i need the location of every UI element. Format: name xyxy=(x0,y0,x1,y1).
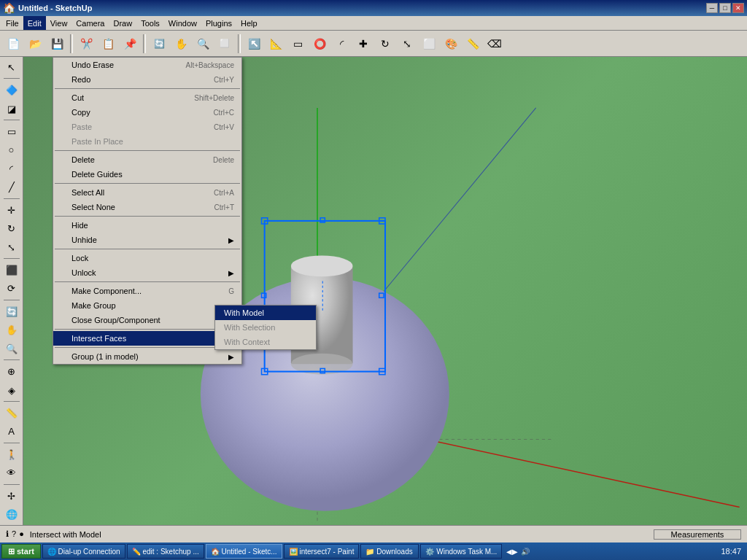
menu-make-component[interactable]: Make Component... G xyxy=(53,284,241,298)
left-zoom2[interactable]: 🔍 xyxy=(2,340,21,357)
toolbar-open[interactable]: 📂 xyxy=(25,34,45,54)
submenu-with-context[interactable]: With Context xyxy=(215,335,316,349)
left-look[interactable]: 👁 xyxy=(2,464,21,482)
left-rotate[interactable]: ↻ xyxy=(2,219,21,237)
toolbar-scale[interactable]: ⤡ xyxy=(397,34,417,54)
taskbar-paint[interactable]: 🖼️ intersect7 - Paint xyxy=(284,544,360,559)
left-sep1 xyxy=(4,78,20,79)
menu-hide[interactable]: Hide xyxy=(53,218,241,233)
toolbar-pan[interactable]: ✋ xyxy=(171,34,191,54)
sys-tray: ◀▶ 🔊 xyxy=(503,545,534,557)
left-push[interactable]: ⬛ xyxy=(2,261,21,279)
maximize-button[interactable]: □ xyxy=(719,3,731,13)
toolbar-paint[interactable]: 🎨 xyxy=(441,34,461,54)
left-erase[interactable]: ◪ xyxy=(2,100,21,117)
taskbar: ⊞ start 🌐 Dial-up Connection ✏️ edit : S… xyxy=(0,542,747,560)
toolbar-rotate[interactable]: ↻ xyxy=(375,34,395,54)
left-rect[interactable]: ▭ xyxy=(2,122,21,140)
toolbar-cut[interactable]: ✂️ xyxy=(76,34,96,54)
toolbar-eraser[interactable]: ⌫ xyxy=(484,34,505,54)
left-orbit[interactable]: 🔄 xyxy=(2,303,21,320)
toolbar-orbit[interactable]: 🔄 xyxy=(149,34,169,54)
menu-make-group[interactable]: Make Group xyxy=(53,298,241,313)
menu-lock[interactable]: Lock xyxy=(53,251,241,265)
left-section[interactable]: ⊕ xyxy=(2,362,21,380)
submenu-with-model[interactable]: With Model xyxy=(215,306,316,320)
toolbar-new[interactable]: 📄 xyxy=(3,34,23,54)
menu-group[interactable]: Group (1 in model) ▶ xyxy=(53,349,241,364)
left-xray[interactable]: ◈ xyxy=(2,381,21,399)
menu-cut[interactable]: Cut Shift+Delete xyxy=(53,90,241,105)
menu-edit[interactable]: Edit xyxy=(23,16,46,30)
toolbar-circle[interactable]: ⭕ xyxy=(309,34,330,54)
menu-copy[interactable]: Copy Ctrl+C xyxy=(53,105,241,120)
close-button[interactable]: ✕ xyxy=(732,3,744,13)
menu-camera[interactable]: Camera xyxy=(71,16,109,30)
left-walk[interactable]: 🚶 xyxy=(2,446,21,463)
left-pan2[interactable]: ✋ xyxy=(2,322,21,339)
toolbar-copy[interactable]: 📋 xyxy=(98,34,118,54)
menu-intersect-faces[interactable]: Intersect Faces ▶ xyxy=(53,331,241,346)
toolbar-sep1 xyxy=(70,34,73,53)
toolbar-select[interactable]: ↖️ xyxy=(244,34,264,54)
menu-close-group[interactable]: Close Group/Component xyxy=(53,313,241,327)
intersect-submenu: With Model With Selection With Context xyxy=(214,305,317,350)
toolbar-line[interactable]: 📐 xyxy=(266,34,286,54)
left-scale[interactable]: ⤡ xyxy=(2,238,21,256)
taskbar-downloads[interactable]: 📁 Downloads xyxy=(360,544,419,559)
taskbar-sketchup[interactable]: 🏠 Untitled - Sketc... xyxy=(206,544,282,559)
menu-help[interactable]: Help xyxy=(236,16,262,30)
toolbar-rect[interactable]: ▭ xyxy=(287,34,308,54)
menu-tools[interactable]: Tools xyxy=(136,16,164,30)
menu-window[interactable]: Window xyxy=(164,16,201,30)
start-button[interactable]: ⊞ start xyxy=(1,544,41,559)
menu-file[interactable]: File xyxy=(1,16,23,30)
toolbar-save[interactable]: 💾 xyxy=(47,34,67,54)
status-icon-question: ? xyxy=(12,529,16,539)
menu-select-all[interactable]: Select All Ctrl+A xyxy=(53,185,241,200)
menu-redo[interactable]: Redo Ctrl+Y xyxy=(53,72,241,87)
left-follow[interactable]: ⟳ xyxy=(2,280,21,298)
toolbar-paste[interactable]: 📌 xyxy=(120,34,140,54)
downloads-icon: 📁 xyxy=(365,548,374,556)
menu-paste-in-place[interactable]: Paste In Place xyxy=(53,134,241,149)
menu-view[interactable]: View xyxy=(46,16,72,30)
left-text[interactable]: A xyxy=(2,423,21,440)
toolbar-move[interactable]: ✚ xyxy=(353,34,374,54)
left-geo[interactable]: 🌐 xyxy=(2,505,21,523)
menu-delete[interactable]: Delete Delete xyxy=(53,152,241,167)
submenu-with-selection[interactable]: With Selection xyxy=(215,320,316,335)
toolbar-zoom[interactable]: 🔍 xyxy=(193,34,213,54)
toolbar-tape[interactable]: 📏 xyxy=(462,34,483,54)
left-paint[interactable]: 🔷 xyxy=(2,81,21,98)
menu-undo[interactable]: Undo Erase Alt+Backspace xyxy=(53,58,241,72)
menubar: File Edit View Camera Draw Tools Window … xyxy=(0,16,747,31)
minimize-button[interactable]: ─ xyxy=(706,3,718,13)
left-sep2 xyxy=(4,120,20,120)
left-arc[interactable]: ◜ xyxy=(2,160,21,177)
toolbar-zoom-ext[interactable]: ⬜ xyxy=(214,34,235,54)
menu-delete-guides[interactable]: Delete Guides xyxy=(53,167,241,182)
viewport[interactable]: Undo Erase Alt+Backspace Redo Ctrl+Y Cut… xyxy=(23,57,747,525)
left-select[interactable]: ↖ xyxy=(2,58,21,76)
menu-unlock[interactable]: Unlock ▶ xyxy=(53,265,241,280)
taskbar-edit[interactable]: ✏️ edit : Sketchup ... xyxy=(127,544,204,559)
toolbar-arc[interactable]: ◜ xyxy=(331,34,352,54)
statusbar: ℹ ? ● Intersect with Model Measurements xyxy=(0,525,747,542)
left-circle[interactable]: ○ xyxy=(2,141,21,159)
titlebar: 🏠 Untitled - SketchUp ─ □ ✕ xyxy=(0,0,747,16)
menu-select-none[interactable]: Select None Ctrl+T xyxy=(53,200,241,214)
menu-unhide[interactable]: Unhide ▶ xyxy=(53,233,241,247)
dialup-icon: 🌐 xyxy=(47,548,56,556)
menu-paste[interactable]: Paste Ctrl+V xyxy=(53,120,241,134)
toolbar-push[interactable]: ⬜ xyxy=(419,34,439,54)
menu-plugins[interactable]: Plugins xyxy=(201,16,236,30)
left-axes[interactable]: ✢ xyxy=(2,487,21,505)
sys-icon-1: ◀▶ xyxy=(506,545,518,557)
left-measure[interactable]: 📏 xyxy=(2,404,21,421)
left-move[interactable]: ✛ xyxy=(2,201,21,219)
menu-draw[interactable]: Draw xyxy=(109,16,136,30)
taskbar-taskman[interactable]: ⚙️ Windows Task M... xyxy=(420,544,502,559)
taskbar-dialup[interactable]: 🌐 Dial-up Connection xyxy=(42,544,125,559)
left-line[interactable]: ╱ xyxy=(2,179,21,196)
